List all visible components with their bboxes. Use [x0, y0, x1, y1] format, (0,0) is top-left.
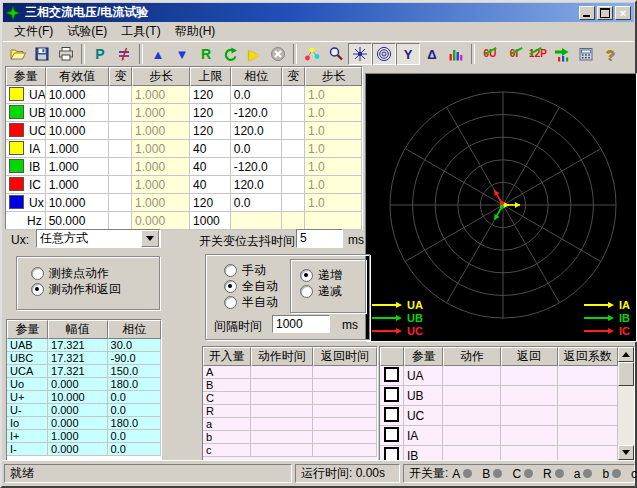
delta-view-icon[interactable]: Δ: [420, 43, 444, 65]
vertical-scrollbar[interactable]: [618, 347, 634, 460]
param-vary2-cell[interactable]: [282, 122, 305, 140]
scrollbar-thumb[interactable]: [618, 362, 634, 386]
param-phase-step-cell[interactable]: 1.0: [305, 104, 362, 122]
close-icon[interactable]: ×: [615, 6, 631, 20]
param-phase-cell[interactable]: 0.0: [231, 86, 282, 104]
measure-mode-option-1[interactable]: 测动作和返回: [31, 281, 121, 297]
run-mode-option-1[interactable]: 全自动: [224, 278, 278, 294]
p-mode-icon[interactable]: P: [88, 43, 112, 65]
row-checkbox[interactable]: [384, 367, 399, 382]
param-vary2-cell[interactable]: [282, 86, 305, 104]
scroll-up-icon[interactable]: [618, 347, 634, 362]
y-view-icon[interactable]: Y: [396, 43, 420, 65]
export-icon[interactable]: [550, 43, 574, 65]
start-icon[interactable]: ▶: [242, 43, 266, 65]
direction-option-1[interactable]: 递减: [300, 283, 342, 299]
param-vary2-cell[interactable]: [282, 104, 305, 122]
param-limit-cell[interactable]: 120: [190, 86, 231, 104]
calculator-icon[interactable]: [574, 43, 598, 65]
param-vary2-cell[interactable]: [282, 176, 305, 194]
param-limit-cell[interactable]: 1000: [190, 212, 231, 230]
stop-icon[interactable]: [266, 43, 290, 65]
connection-icon[interactable]: [300, 43, 324, 65]
param-value-cell[interactable]: 10.000: [46, 122, 109, 140]
param-step-cell[interactable]: 1.000: [132, 158, 190, 176]
param-step-cell[interactable]: 0.000: [132, 212, 190, 230]
six-u-icon[interactable]: 6U: [478, 43, 502, 65]
param-phase-step-cell[interactable]: 1.0: [305, 194, 362, 212]
param-step-cell[interactable]: 1.000: [132, 86, 190, 104]
param-step-cell[interactable]: 1.000: [132, 122, 190, 140]
print-icon[interactable]: [54, 43, 78, 65]
param-vary-cell[interactable]: [109, 104, 132, 122]
bar-view-icon[interactable]: [444, 43, 468, 65]
row-checkbox[interactable]: [384, 407, 399, 422]
help-icon[interactable]: ?: [598, 43, 622, 65]
param-step-cell[interactable]: 1.000: [132, 194, 190, 212]
param-step-cell[interactable]: 1.000: [132, 176, 190, 194]
phase-sequence-icon[interactable]: [112, 43, 136, 65]
run-mode-option-2[interactable]: 半自动: [224, 294, 278, 310]
param-phase-step-cell[interactable]: 1.0: [305, 140, 362, 158]
interval-input[interactable]: 1000: [272, 315, 330, 333]
param-phase-cell[interactable]: -120.0: [231, 104, 282, 122]
menu-file[interactable]: 文件(F): [7, 21, 60, 42]
param-vary-cell[interactable]: [109, 140, 132, 158]
ux-mode-select[interactable]: 任意方式: [36, 229, 161, 248]
param-phase-cell[interactable]: 0.0: [231, 140, 282, 158]
param-phase-cell[interactable]: [231, 212, 282, 230]
param-value-cell[interactable]: 10.000: [46, 194, 109, 212]
param-vary-cell[interactable]: [109, 86, 132, 104]
param-phase-step-cell[interactable]: 1.0: [305, 86, 362, 104]
star-view-icon[interactable]: [348, 43, 372, 65]
param-phase-step-cell[interactable]: 1.0: [305, 158, 362, 176]
reset-icon[interactable]: R: [194, 43, 218, 65]
maximize-icon[interactable]: [597, 6, 613, 20]
param-phase-cell[interactable]: 120.0: [231, 176, 282, 194]
scroll-down-icon[interactable]: [618, 445, 634, 460]
menu-help[interactable]: 帮助(H): [168, 21, 223, 42]
param-phase-step-cell[interactable]: 1.0: [305, 122, 362, 140]
twelve-p-icon[interactable]: 12P: [526, 43, 550, 65]
param-vary-cell[interactable]: [109, 176, 132, 194]
param-limit-cell[interactable]: 120: [190, 194, 231, 212]
param-value-cell[interactable]: 1.000: [46, 140, 109, 158]
decrease-icon[interactable]: ▼: [170, 43, 194, 65]
zoom-icon[interactable]: [324, 43, 348, 65]
param-value-cell[interactable]: 10.000: [46, 86, 109, 104]
param-vary2-cell[interactable]: [282, 158, 305, 176]
open-icon[interactable]: [6, 43, 30, 65]
param-phase-cell[interactable]: 120.0: [231, 122, 282, 140]
param-vary-cell[interactable]: [109, 212, 132, 230]
debounce-input[interactable]: 5: [296, 229, 343, 248]
measure-mode-option-0[interactable]: 测接点动作: [31, 265, 121, 281]
save-icon[interactable]: [30, 43, 54, 65]
row-checkbox[interactable]: [384, 427, 399, 442]
menu-test[interactable]: 试验(E): [60, 21, 114, 42]
increase-icon[interactable]: ▲: [146, 43, 170, 65]
param-value-cell[interactable]: 10.000: [46, 104, 109, 122]
param-phase-step-cell[interactable]: [305, 212, 362, 230]
undo-icon[interactable]: [218, 43, 242, 65]
param-vary-cell[interactable]: [109, 158, 132, 176]
param-phase-step-cell[interactable]: 1.0: [305, 176, 362, 194]
param-limit-cell[interactable]: 40: [190, 158, 231, 176]
row-checkbox[interactable]: [384, 387, 399, 402]
menu-tools[interactable]: 工具(T): [114, 21, 167, 42]
circle-view-icon[interactable]: [372, 43, 396, 65]
param-value-cell[interactable]: 50.000: [46, 212, 109, 230]
param-vary2-cell[interactable]: [282, 194, 305, 212]
param-step-cell[interactable]: 1.000: [132, 140, 190, 158]
param-vary2-cell[interactable]: [282, 212, 305, 230]
param-value-cell[interactable]: 1.000: [46, 176, 109, 194]
minimize-icon[interactable]: [579, 6, 595, 20]
param-phase-cell[interactable]: 0.0: [231, 194, 282, 212]
param-limit-cell[interactable]: 120: [190, 104, 231, 122]
param-phase-cell[interactable]: -120.0: [231, 158, 282, 176]
param-limit-cell[interactable]: 40: [190, 140, 231, 158]
param-limit-cell[interactable]: 120: [190, 122, 231, 140]
param-vary-cell[interactable]: [109, 194, 132, 212]
param-step-cell[interactable]: 1.000: [132, 104, 190, 122]
param-vary2-cell[interactable]: [282, 140, 305, 158]
run-mode-option-0[interactable]: 手动: [224, 262, 278, 278]
